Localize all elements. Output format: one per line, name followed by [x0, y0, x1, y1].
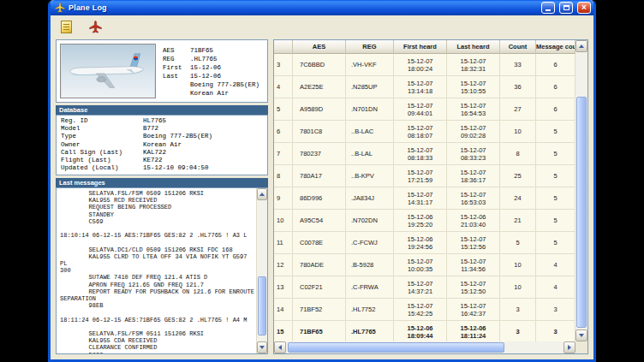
aircraft-row[interactable]: 7780237..B-LAL15-12-0708:18:3315-12-0708… [274, 143, 575, 165]
cell-count: 36 [500, 76, 536, 98]
column-header-reg[interactable]: REG [346, 40, 394, 54]
messages-scroll-up-button[interactable] [257, 188, 267, 200]
aircraft-info-line: AES71BF65 [163, 46, 264, 55]
cell-rownum: 5 [274, 98, 293, 121]
aircraft-info-line-label: REG [163, 55, 190, 63]
cell-count: 10 [500, 121, 536, 143]
cell-first-heard: 15-12-0718:00:24 [394, 54, 447, 76]
logbook-icon [61, 21, 72, 33]
table-vertical-scrollbar[interactable] [575, 40, 587, 341]
aircraft-row[interactable]: 67801C8..B-LAC15-12-0708:18:0715-12-0709… [274, 121, 575, 143]
database-field-value: 15-12-10 09:04:50 [143, 164, 209, 172]
messages-scroll-track[interactable] [257, 200, 267, 341]
messages-scrollbar[interactable] [256, 188, 267, 353]
table-header-row: AESREGFirst heardLast heardCountMessage … [274, 40, 575, 54]
table-scroll-thumb[interactable] [576, 97, 587, 328]
database-field: TypeBoeing 777-2B5(ER) [61, 133, 263, 140]
cell-first-heard: 15-12-0715:42:25 [394, 299, 447, 321]
aircraft-row[interactable]: 10A95C54.N702DN15-12-0619:25:2015-12-062… [274, 210, 575, 232]
column-header-last-heard[interactable]: Last heard [447, 40, 500, 54]
column-header-rownum[interactable] [274, 40, 293, 54]
cell-aes: 780A17 [293, 165, 346, 187]
messages-scroll-down-button[interactable] [257, 341, 267, 353]
cell-count: 27 [500, 98, 536, 121]
table-body: 37C6BBD.VH-VKF15-12-0718:00:2415-12-0718… [274, 54, 575, 341]
cell-count: 5 [500, 232, 536, 254]
cell-message-count: 5 [536, 143, 575, 165]
cell-last-heard: 15-12-0709:02:28 [447, 121, 500, 143]
cell-reg: ..B-LAL [346, 143, 394, 165]
maximize-button[interactable] [559, 2, 573, 14]
table-horizontal-scrollbar[interactable] [274, 341, 575, 353]
title-bar[interactable]: Plane Log × [51, 0, 593, 15]
aircraft-info-line: Korean Air [163, 89, 264, 98]
table-scroll-track[interactable] [575, 52, 587, 329]
aircraft-row[interactable]: 1471BF52.HL775215-12-0715:42:2515-12-071… [274, 299, 575, 321]
cell-rownum: 12 [274, 254, 293, 276]
aircraft-info-line-value: .HL7765 [190, 55, 218, 63]
cell-reg: .N701DN [346, 98, 394, 121]
aircraft-row[interactable]: 12780ADE.B-592815-12-0710:00:3515-12-071… [274, 254, 575, 276]
cell-last-heard: 15-12-0715:12:50 [447, 276, 500, 299]
column-header-aes[interactable]: AES [293, 40, 346, 54]
cell-count: 21 [500, 210, 536, 232]
open-log-button[interactable] [56, 17, 76, 36]
aircraft-lookup-button[interactable] [85, 17, 105, 36]
cell-rownum: 9 [274, 187, 293, 210]
cell-aes: 780237 [293, 143, 346, 165]
messages-text[interactable]: SELATVA.FSL/FSM 0509 151206 RKSI KAL955 … [57, 188, 256, 353]
table-scroll-right-button[interactable] [564, 341, 575, 353]
aircraft-info-line-value: 71BF65 [190, 46, 213, 55]
cell-rownum: 4 [274, 76, 293, 98]
cell-reg: .C-FRWA [346, 276, 394, 299]
minimize-button[interactable] [541, 2, 555, 14]
column-header-count[interactable]: Count [500, 40, 536, 54]
cell-rownum: 6 [274, 121, 293, 143]
cell-first-heard: 15-12-0618:09:44 [394, 321, 447, 341]
cell-rownum: 15 [274, 321, 293, 341]
close-button[interactable]: × [577, 2, 591, 14]
aircraft-row[interactable]: 1571BF65.HL776515-12-0618:09:4415-12-061… [274, 321, 575, 341]
messages-scroll-thumb[interactable] [258, 276, 266, 335]
cell-first-heard: 15-12-0709:44:01 [394, 98, 447, 121]
aircraft-table-panel: AESREGFirst heardLast heardCountMessage … [273, 39, 588, 354]
table-scroll-left-button[interactable] [274, 341, 286, 353]
aircraft-row[interactable]: 8780A17..B-KPV15-12-0717:21:5915-12-0718… [274, 165, 575, 187]
table-hscroll-thumb[interactable] [288, 342, 504, 353]
cell-reg: .N285UP [346, 76, 394, 98]
cell-count: 3 [500, 299, 536, 321]
cell-message-count: 4 [536, 254, 575, 276]
cell-aes: 7801C8 [293, 121, 346, 143]
cell-rownum: 3 [274, 54, 293, 76]
minimize-icon [546, 9, 551, 11]
aircraft-row[interactable]: 11C0078E.C-FCWJ15-12-0619:24:5615-12-071… [274, 232, 575, 254]
aircraft-row[interactable]: 5A9589D.N701DN15-12-0709:44:0115-12-0716… [274, 98, 575, 121]
cell-aes: A95C54 [293, 210, 346, 232]
aircraft-info-line: REG.HL7765 [163, 55, 264, 63]
aircraft-row[interactable]: 13C02F21.C-FRWA15-12-0714:37:2115-12-071… [274, 276, 575, 299]
aircraft-row[interactable]: 986D996.JA834J15-12-0714:31:1715-12-0716… [274, 187, 575, 210]
cell-message-count: 6 [536, 76, 575, 98]
aircraft-row[interactable]: 4A2E25E.N285UP15-12-0713:14:1815-12-0715… [274, 76, 575, 98]
database-field-value: Boeing 777-2B5(ER) [143, 133, 212, 140]
cell-last-heard: 15-12-0621:03:40 [447, 210, 500, 232]
cell-message-count: 4 [536, 276, 575, 299]
cell-last-heard: 15-12-0718:36:17 [447, 165, 500, 187]
cell-aes: A9589D [293, 98, 346, 121]
table-scroll-down-button[interactable] [575, 329, 587, 341]
arrow-down-icon [259, 346, 265, 349]
table-scroll-up-button[interactable] [575, 40, 587, 52]
aircraft-row[interactable]: 37C6BBD.VH-VKF15-12-0718:00:2415-12-0718… [274, 54, 575, 76]
cell-first-heard: 15-12-0708:18:07 [394, 121, 447, 143]
database-field-value: KAL722 [143, 149, 166, 157]
database-field-label: Model [61, 125, 143, 133]
table-hscroll-track[interactable] [286, 341, 564, 353]
column-header-first-heard[interactable]: First heard [394, 40, 447, 54]
left-panel: AES71BF65REG.HL7765First15-12-06Last15-1… [56, 39, 268, 354]
aircraft-info-line-label: Last [163, 72, 190, 80]
messages-panel[interactable]: SELATVA.FSL/FSM 0509 151206 RKSI KAL955 … [56, 187, 268, 354]
column-header-message-cou[interactable]: Message cou [536, 40, 575, 54]
cell-aes: 7C6BBD [293, 54, 346, 76]
cell-count: 10 [500, 276, 536, 299]
window-title: Plane Log [69, 3, 537, 12]
